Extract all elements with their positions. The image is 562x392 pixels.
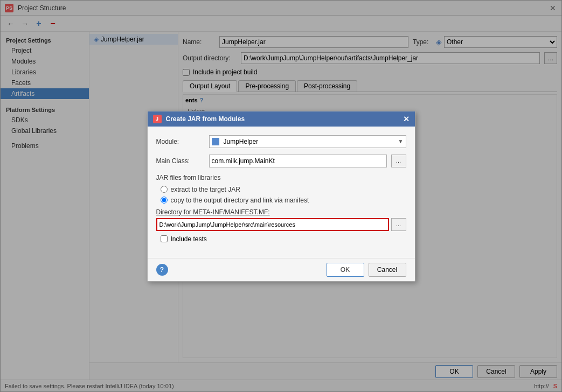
main-class-browse-button[interactable]: … (391, 155, 406, 167)
jar-files-label: JAR files from libraries (156, 174, 406, 181)
dialog-ok-button[interactable]: OK (327, 263, 364, 277)
main-class-row: Main Class: … (156, 155, 406, 167)
include-tests-checkbox[interactable] (161, 235, 168, 242)
main-class-input[interactable] (209, 155, 387, 167)
manifest-dir-browse-button[interactable]: … (391, 218, 406, 231)
module-value: JumpHelper (224, 138, 259, 145)
manifest-dir-input-row: … (156, 218, 406, 231)
extract-option-row: extract to the target JAR (156, 186, 406, 193)
extract-option-label: extract to the target JAR (171, 186, 240, 193)
dialog-btn-group: OK Cancel (327, 263, 406, 277)
copy-option-label: copy to the output directory and link vi… (171, 197, 309, 204)
dialog-cancel-button[interactable]: Cancel (369, 263, 406, 277)
include-tests-row: Include tests (156, 235, 406, 243)
main-class-label: Main Class: (156, 157, 205, 165)
manifest-dir-input[interactable] (156, 218, 389, 231)
copy-option-row: copy to the output directory and link vi… (156, 197, 406, 204)
copy-radio[interactable] (161, 197, 168, 204)
dialog-title: Create JAR from Modules (166, 115, 245, 123)
module-select[interactable]: JumpHelper ▼ (209, 135, 406, 148)
combo-arrow-icon: ▼ (398, 138, 404, 144)
dialog-icon: J (153, 115, 162, 123)
module-label: Module: (156, 138, 205, 145)
dialog-footer: ? OK Cancel (148, 258, 415, 281)
dialog-title-bar: J Create JAR from Modules ✕ (148, 111, 415, 127)
dialog-overlay: J Create JAR from Modules ✕ Module: Jump… (0, 0, 562, 392)
dialog-content: Module: JumpHelper ▼ Main Class: … JAR f… (148, 127, 415, 258)
module-icon (212, 138, 219, 145)
dialog-close-button[interactable]: ✕ (403, 115, 410, 123)
manifest-dir-section: Directory for META-INF/MANIFEST.MF: … (156, 208, 406, 231)
dialog-help-button[interactable]: ? (156, 264, 168, 276)
manifest-dir-label: Directory for META-INF/MANIFEST.MF: (156, 208, 406, 216)
module-row: Module: JumpHelper ▼ (156, 135, 406, 148)
extract-radio[interactable] (161, 186, 168, 193)
include-tests-label: Include tests (171, 235, 207, 243)
create-jar-dialog: J Create JAR from Modules ✕ Module: Jump… (147, 111, 415, 282)
